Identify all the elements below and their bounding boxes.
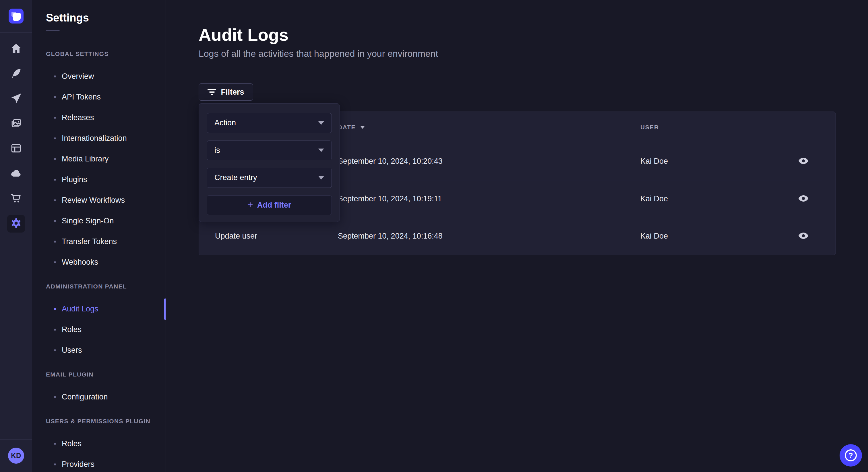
cart-icon [10, 192, 22, 206]
sidebar-item-admin-users[interactable]: Users [46, 340, 166, 361]
sidebar-item-label: API Tokens [62, 93, 101, 102]
title-divider [46, 30, 60, 31]
bullet-icon [54, 261, 56, 263]
sidebar-item-label: Plugins [62, 175, 87, 184]
column-header-date[interactable]: DATE [338, 124, 640, 131]
cloud-icon [10, 167, 22, 181]
bullet-icon [54, 463, 56, 465]
section-header-email-plugin: EMAIL PLUGIN [46, 371, 166, 378]
sort-desc-icon[interactable] [360, 126, 365, 129]
table-row[interactable]: Update user September 10, 2024, 10:16:48… [199, 217, 836, 255]
cell-action: Update user [199, 232, 338, 241]
sidebar-item-label: Webhooks [62, 258, 98, 267]
bullet-icon [54, 137, 56, 139]
nav-media-library-button[interactable] [7, 115, 25, 133]
bullet-icon [54, 117, 56, 119]
active-item-indicator [164, 299, 166, 320]
sidebar-item-overview[interactable]: Overview [46, 66, 166, 87]
sidebar-item-label: Roles [62, 439, 82, 448]
sidebar-item-plugins[interactable]: Plugins [46, 169, 166, 190]
filters-button[interactable]: Filters [198, 83, 253, 101]
rail-divider [0, 32, 32, 33]
view-log-button[interactable] [798, 232, 809, 240]
cell-user: Kai Doe [640, 157, 771, 166]
sidebar-item-label: Configuration [62, 393, 108, 401]
view-log-button[interactable] [798, 195, 809, 203]
filter-operator-select[interactable]: is [207, 140, 332, 161]
rail-divider [0, 439, 32, 440]
sidebar-item-label: Overview [62, 72, 94, 81]
nav-content-manager-button[interactable] [7, 140, 25, 158]
eye-icon [798, 157, 809, 165]
sidebar-item-up-roles[interactable]: Roles [46, 433, 166, 454]
cell-date: September 10, 2024, 10:19:11 [338, 194, 640, 203]
bullet-icon [54, 308, 56, 310]
cell-user: Kai Doe [640, 194, 771, 203]
bullet-icon [54, 179, 56, 181]
bullet-icon [54, 75, 56, 77]
sidebar-item-up-providers[interactable]: Providers [46, 454, 166, 472]
sidebar-item-single-sign-on[interactable]: Single Sign-On [46, 210, 166, 231]
cell-date: September 10, 2024, 10:20:43 [338, 157, 640, 166]
page-title: Audit Logs [198, 25, 868, 45]
nav-releases-button[interactable] [7, 90, 25, 108]
filter-popover: Action is Create entry + Add filter [198, 103, 340, 222]
sidebar-item-label: Releases [62, 113, 94, 122]
chevron-down-icon [318, 121, 324, 125]
nav-content-builder-button[interactable] [7, 65, 25, 83]
home-icon [10, 42, 22, 56]
column-header-user: USER [640, 124, 771, 131]
sidebar-item-label: Users [62, 346, 82, 355]
sidebar-item-webhooks[interactable]: Webhooks [46, 252, 166, 272]
sidebar-item-api-tokens[interactable]: API Tokens [46, 87, 166, 107]
chevron-down-icon [318, 148, 324, 152]
filter-field-select[interactable]: Action [207, 113, 332, 133]
sidebar-item-label: Audit Logs [62, 305, 98, 313]
bullet-icon [54, 96, 56, 98]
sidebar-item-media-library[interactable]: Media Library [46, 148, 166, 169]
question-mark-icon: ? [845, 449, 857, 461]
sidebar-item-transfer-tokens[interactable]: Transfer Tokens [46, 231, 166, 252]
sidebar-item-internationalization[interactable]: Internationalization [46, 128, 166, 148]
eye-icon [798, 232, 809, 240]
main-nav-rail: KD [0, 0, 32, 472]
filters-button-label: Filters [221, 88, 244, 97]
nav-home-button[interactable] [7, 40, 25, 58]
sidebar-item-audit-logs[interactable]: Audit Logs [46, 299, 166, 319]
sidebar-item-label: Single Sign-On [62, 216, 114, 225]
feather-icon [10, 67, 22, 81]
view-log-button[interactable] [798, 157, 809, 165]
nav-marketplace-button[interactable] [7, 190, 25, 208]
filter-operator-value: is [214, 146, 220, 155]
user-avatar[interactable]: KD [8, 448, 24, 464]
settings-sidebar: Settings GLOBAL SETTINGS Overview API To… [32, 0, 166, 472]
section-header-users-permissions-plugin: USERS & PERMISSIONS PLUGIN [46, 417, 166, 425]
sidebar-item-releases[interactable]: Releases [46, 107, 166, 128]
sidebar-item-label: Internationalization [62, 134, 127, 143]
bullet-icon [54, 158, 56, 160]
add-filter-label: Add filter [257, 201, 291, 210]
plus-icon: + [247, 200, 253, 209]
gear-icon [10, 217, 22, 231]
nav-settings-button[interactable] [7, 215, 25, 233]
bullet-icon [54, 349, 56, 351]
main-content: Audit Logs Logs of all the activities th… [166, 0, 868, 472]
column-header-date-label: DATE [338, 124, 355, 131]
bullet-icon [54, 199, 56, 201]
filter-icon [208, 89, 216, 95]
bullet-icon [54, 329, 56, 331]
paper-plane-icon [10, 92, 22, 106]
sidebar-item-email-configuration[interactable]: Configuration [46, 386, 166, 407]
help-button[interactable]: ? [840, 444, 862, 467]
sidebar-title: Settings [46, 11, 166, 24]
sidebar-item-review-workflows[interactable]: Review Workflows [46, 190, 166, 210]
eye-icon [798, 195, 809, 203]
sidebar-item-admin-roles[interactable]: Roles [46, 319, 166, 340]
add-filter-button[interactable]: + Add filter [207, 195, 332, 215]
strapi-logo[interactable] [9, 9, 24, 24]
filter-value-select[interactable]: Create entry [207, 168, 332, 188]
bullet-icon [54, 220, 56, 222]
nav-cloud-button[interactable] [7, 165, 25, 183]
section-header-administration-panel: ADMINISTRATION PANEL [46, 283, 166, 290]
strapi-logo-shape [13, 13, 21, 21]
